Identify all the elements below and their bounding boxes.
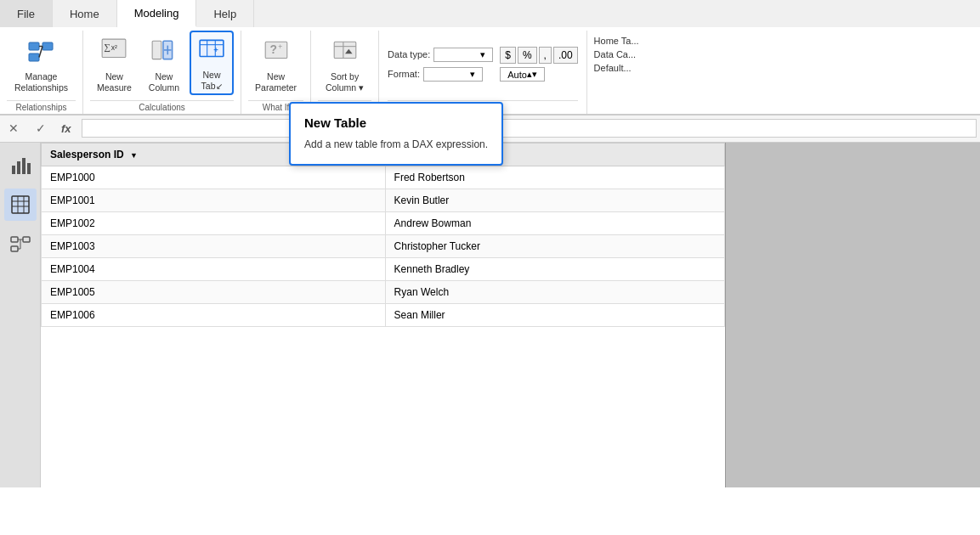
relationships-group-label: Relationships	[7, 100, 76, 114]
table-row: EMP1003 Christopher Tucker	[42, 234, 725, 257]
new-measure-icon: ∑ x²	[100, 37, 127, 69]
new-table-icon: +	[198, 36, 225, 67]
sidebar	[0, 143, 41, 487]
svg-rect-20	[334, 42, 356, 59]
svg-rect-0	[29, 42, 39, 50]
svg-text:+: +	[213, 45, 218, 54]
svg-text:∑: ∑	[105, 42, 111, 53]
ribbon-group-relationships: ManageRelationships Relationships	[7, 31, 83, 114]
tooltip-title: New Table	[304, 115, 488, 130]
cell-id: EMP1006	[42, 303, 386, 326]
new-parameter-button[interactable]: ? + NewParameter	[248, 34, 303, 94]
new-measure-label: NewMeasure	[97, 71, 132, 93]
home-table-label: Home Ta...	[594, 34, 639, 48]
cell-id: EMP1001	[42, 189, 386, 211]
cell-name: Sean Miller	[385, 303, 724, 326]
new-parameter-icon: ? +	[263, 37, 290, 69]
cell-id: EMP1005	[42, 280, 386, 303]
cell-id: EMP1000	[42, 166, 386, 189]
table-row: EMP1001 Kevin Butler	[42, 189, 725, 211]
new-table-label: NewTab↙	[201, 70, 223, 92]
new-column-icon	[150, 37, 178, 69]
svg-rect-32	[11, 237, 18, 242]
data-category-label: Data Ca...	[594, 48, 637, 61]
default-label: Default...	[594, 61, 632, 75]
svg-rect-33	[23, 237, 30, 242]
cell-name: Kevin Butler	[385, 189, 724, 211]
ribbon-group-whatif: ? + NewParameter What If	[241, 31, 311, 114]
data-table: Salesperson ID ▼ Salesper... EMP1000 Fre…	[41, 143, 725, 327]
svg-text:+: +	[278, 42, 282, 51]
sort-icon	[331, 37, 359, 69]
svg-rect-2	[29, 54, 39, 61]
ribbon-group-formatting: Data type: ▾ Format: ▾ $	[379, 31, 587, 114]
cell-name: Ryan Welch	[385, 280, 724, 303]
svg-text:?: ?	[269, 43, 276, 57]
svg-rect-26	[27, 163, 31, 174]
formula-close-button[interactable]: ✕	[3, 118, 24, 138]
table-row: EMP1004 Kenneth Bradley	[42, 257, 725, 280]
format-row: Format: ▾	[388, 67, 493, 82]
table-row: EMP1005 Ryan Welch	[42, 280, 725, 303]
fx-label: fx	[58, 122, 75, 135]
ribbon-group-calculations: ∑ x² NewMeasure	[83, 31, 241, 114]
new-measure-button[interactable]: ∑ x² NewMeasure	[90, 34, 139, 94]
auto-row: Auto▴▾	[500, 67, 577, 82]
formula-input[interactable]	[82, 119, 977, 138]
cell-name: Fred Robertson	[385, 166, 724, 189]
svg-rect-12	[200, 40, 224, 56]
data-table-area: Salesperson ID ▼ Salesper... EMP1000 Fre…	[41, 143, 725, 487]
calculations-group-label: Calculations	[90, 100, 234, 114]
tooltip-description: Add a new table from a DAX expression.	[304, 137, 488, 152]
tab-modeling[interactable]: Modeling	[117, 0, 197, 27]
right-panel	[725, 143, 980, 487]
svg-rect-25	[22, 158, 25, 174]
sort-by-column-label: Sort byColumn ▾	[326, 71, 364, 93]
cell-id: EMP1003	[42, 234, 386, 257]
cell-name: Christopher Tucker	[385, 234, 724, 257]
comma-button[interactable]: ,	[539, 47, 552, 64]
new-parameter-label: NewParameter	[255, 71, 297, 93]
percent-button[interactable]: %	[518, 47, 537, 64]
cell-id: EMP1004	[42, 257, 386, 280]
table-row: EMP1006 Sean Miller	[42, 303, 725, 326]
cell-id: EMP1002	[42, 211, 386, 234]
new-column-label: NewColumn	[149, 71, 179, 93]
sort-by-column-button[interactable]: Sort byColumn ▾	[319, 34, 371, 94]
manage-relationships-button[interactable]: ManageRelationships	[8, 34, 75, 94]
sort-dropdown-icon[interactable]: ▼	[130, 151, 138, 160]
chart-view-icon[interactable]	[4, 149, 37, 182]
data-type-label: Data type:	[388, 49, 430, 59]
tab-bar: File Home Modeling Help	[0, 0, 980, 27]
formula-check-button[interactable]: ✓	[31, 118, 51, 138]
decimal-button[interactable]: .00	[553, 47, 578, 64]
svg-rect-34	[11, 246, 18, 251]
format-icons-row: $ % , .00	[500, 47, 577, 64]
svg-rect-24	[17, 161, 20, 174]
svg-rect-8	[152, 42, 161, 59]
new-column-button[interactable]: NewColumn	[142, 34, 186, 94]
auto-dropdown[interactable]: Auto▴▾	[500, 67, 545, 82]
currency-button[interactable]: $	[500, 47, 516, 64]
data-type-dropdown[interactable]: ▾	[433, 48, 493, 62]
tab-help[interactable]: Help	[196, 0, 254, 27]
table-view-icon[interactable]	[4, 189, 37, 221]
format-dropdown[interactable]: ▾	[423, 67, 483, 82]
new-table-button[interactable]: + NewTab↙	[190, 31, 234, 95]
cell-name: Kenneth Bradley	[385, 257, 724, 280]
schema-view-icon[interactable]	[4, 228, 37, 260]
cell-name: Andrew Bowman	[385, 211, 724, 234]
ribbon-group-hometable: Home Ta... Data Ca... Default...	[587, 31, 672, 114]
manage-relationships-label: ManageRelationships	[14, 71, 68, 93]
svg-rect-23	[12, 166, 15, 174]
svg-line-4	[39, 47, 42, 58]
format-buttons: $ % , .00 Auto▴▾	[500, 47, 577, 82]
svg-rect-27	[12, 196, 29, 213]
svg-rect-1	[42, 42, 53, 50]
ribbon-group-sort: Sort byColumn ▾ Sort	[311, 31, 379, 114]
tab-home[interactable]: Home	[53, 0, 117, 27]
data-type-row: Data type: ▾	[388, 48, 493, 62]
tab-file[interactable]: File	[0, 0, 53, 27]
format-label: Format:	[388, 69, 420, 79]
new-table-tooltip: New Table Add a new table from a DAX exp…	[289, 102, 503, 166]
